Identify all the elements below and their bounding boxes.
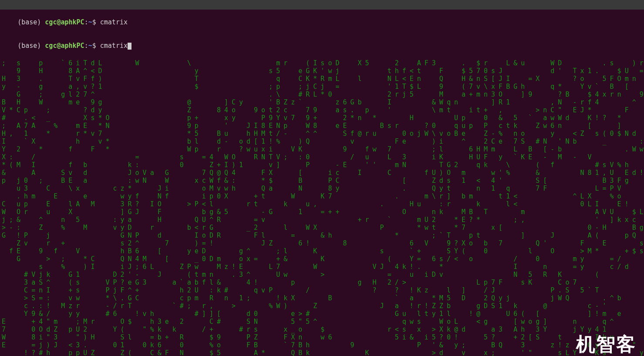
matrix-row: #Vjk G1 D2'- J (tmn .3^ Uw > = u iDv N 5… <box>2 271 642 279</box>
terminal-cursor <box>128 43 131 50</box>
matrix-row: 3aS^ (s VP?eG3 a`abfl& 4! p g H 2/> Lp7F… <box>2 279 642 286</box>
matrix-row: c.:! Mzr -/rT `#; r, > %W) Z J a !r!ZZb … <box>2 302 642 310</box>
user-host: cgc@aphkPC <box>45 42 84 50</box>
path-separator: : <box>84 18 88 26</box>
cmatrix-output: ; s p `6iTdL W \ mr (IsoD X5 2 AF3 . $r … <box>2 59 642 356</box>
matrix-row: ; s p `6iTdL W \ mr (IsoD X5 2 AF3 . $r … <box>2 59 642 67</box>
command-text: cmatrix <box>100 42 128 50</box>
matrix-row: E +4"m ;Mr O$ h3e 2 C# SN 5"5^ qws WoL <… <box>2 318 642 326</box>
user-host: cgc@aphkPC <box>45 18 84 26</box>
prompt-line-2: (base) cgc@aphkPC:~$ cmatrix <box>2 34 642 57</box>
matrix-row: G !P j GNP d IoDR Fl = &h * ;`T pt ] J A… <box>2 232 642 239</box>
matrix-row: X: / = s =4 WO RNTV; :0 / u L 3 iK HUF y… <box>2 153 642 161</box>
matrix-row: B H W me 9g @ ]Cy 'BZz` z6Gb I &Wqn ]R1 … <box>2 98 642 106</box>
matrix-row: >-: Z % M vyD r b<rG _2 l WX P *wt *7 x[… <box>2 224 642 232</box>
matrix-row: C up E lA M 3R? IO >P<l rt k u, . Hu :r … <box>2 200 642 208</box>
matrix-row: # .< _ Xs*O p+ xy P9Yv7 9+ 2*n * H Up 0 … <box>2 114 642 122</box>
matrix-row: & A Sv d JoVa G 7Q@Q4 FX [ ic I C fU)O m… <box>2 169 642 177</box>
cwd: ~ <box>88 18 92 26</box>
matrix-row: H 3 . TvFf) T q CK*RmL l NL<En Q H&nS[JI… <box>2 75 642 83</box>
matrix-row: Y 2 * f F * Wp r ?wuxi VK 9 fw 7 ;l 6HMm… <box>2 145 642 153</box>
window-titlebar <box>0 0 644 10</box>
matrix-row: 7 0OdZ pU2 Y( "%k k /+ #rs x_o $ r<s x >… <box>2 326 642 333</box>
command-text: cmatrix <box>100 18 128 26</box>
matrix-row: W Or u X ]GJ F bg&5 -G 1 =++ O nk MB T m… <box>2 208 642 216</box>
matrix-row: W 8i"3 ")H Sl =b+ R $9 PZ FXn w6 5i& i5?… <box>2 333 642 341</box>
matrix-row: j;& ^ n 5 :ya H QU^R =v +r ` mU2 *E?* ;,… <box>2 216 642 224</box>
matrix-row: Zv r + s2^ 7 )=! JZ 6! 8 6 V 9?Xo b 7 Q'… <box>2 239 642 247</box>
prompt-sigil: $ <box>92 18 100 26</box>
matrix-row: >S=: vw *\.GC cpm R n 1; !kX B ` a *M5 D… <box>2 294 642 302</box>
matrix-row: I `X h v* bl d- od[1!% )Q v Fe )i ^ 2Ce … <box>2 138 642 145</box>
matrix-row: fE 9 f V hB6 [ yeD g^ ;l K s `+ SY( 0 l … <box>2 247 642 255</box>
matrix-row: G ; gl27^ .\ #RL*0 2rj5 M a+mn3O ]9 ?B $… <box>2 91 642 98</box>
matrix-row: u3 C \x cz* Ji oMvwh Qa N 8y . Qyt n 1 q… <box>2 185 642 192</box>
terminal-viewport[interactable]: (base) cgc@aphkPC:~$ cmatrix (base) cgc@… <box>0 10 644 356</box>
prompt-line-1: (base) cgc@aphkPC:~$ cmatrix <box>2 10 642 34</box>
matrix-row: H, 1 * r*v7 *5 Bu hHMt/- ^^ Sf@ru 0ojW\v… <box>2 130 642 138</box>
env-prefix: (base) <box>17 18 45 26</box>
matrix-row: y - g a,v?1 $ ;p ;jCj = '1T$L 9 (7v\xFBG… <box>2 83 642 91</box>
matrix-row: p j0 ; BE a :wN W xcWf&: *$ B PC [ Zds 1… <box>2 177 642 185</box>
matrix-row: 9 H 8A^<D y s5 eGK'wj thf<t F $570sJ d' … <box>2 67 642 75</box>
matrix-row: s % )I iJ;6L ZPw Mz!E L7 W VJ 4k!. * I n… <box>2 263 642 271</box>
matrix-row: V*Cp ; ?dy Z 84o 9ot2c 79 as. p ' \mt it… <box>2 106 642 114</box>
matrix-row: E =j)J <3. 01 0k6 0 %o FB `7Bh 9 P '& y;… <box>2 341 642 349</box>
env-prefix: (base) <box>17 42 45 50</box>
cwd: ~ <box>88 42 92 50</box>
matrix-row: Y9&/ yy #6 !vh #]][ d0 e># Gu lty1l !@ U… <box>2 310 642 318</box>
matrix-row: ; A7A % mE *N 9p ' JI8ENp W8 eE Bsr ?0 q… <box>2 122 642 130</box>
watermark-text: 机智客 <box>576 340 636 348</box>
matrix-row: G > ; *C QN4M [ _0Dm ox= +& K ( Y= 6s/< … <box>2 255 642 263</box>
path-separator: : <box>84 42 88 50</box>
matrix-row: .hm E e wyf Nf ip0X +t W K7 . m\r] bm t1… <box>2 192 642 200</box>
prompt-sigil: $ <box>92 42 100 50</box>
matrix-row: !?#h ppUZ Z( C&F N $5 A* QBk K >d v x; '… <box>2 349 642 356</box>
matrix-row: *(M I f b k: 0 Z+I)1 v] P -E '' mN TG2 q… <box>2 161 642 169</box>
matrix-row: C=nI +s PjF^+ h2U :k# qvP / ? ? !Kz l ] … <box>2 286 642 294</box>
